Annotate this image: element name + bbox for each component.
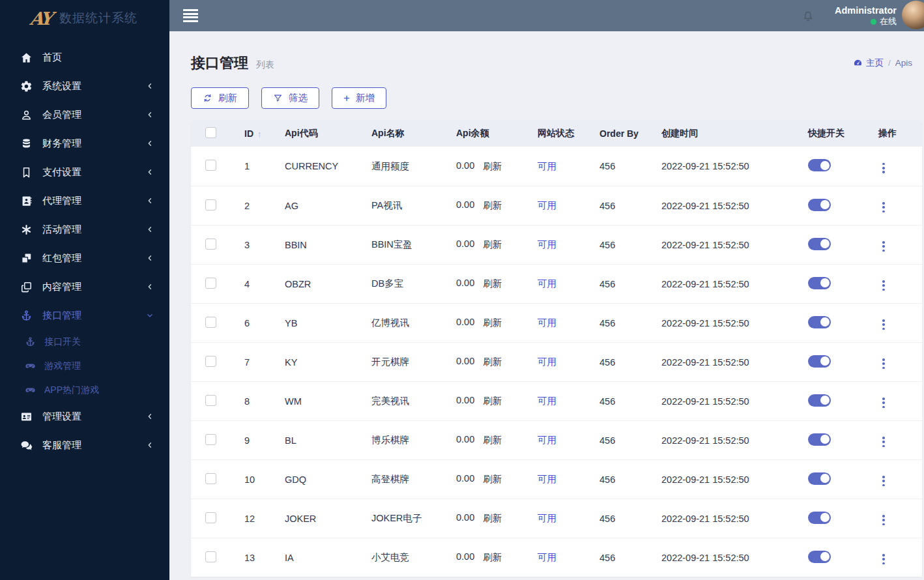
sidebar-item[interactable]: 首页 bbox=[0, 43, 169, 72]
sidebar-menu: 首页 系统设置 会员管理 财务管理 支付设置 代理管理 活动管理 红包管理 内容… bbox=[0, 43, 169, 459]
row-actions-menu-icon[interactable] bbox=[878, 317, 889, 332]
row-checkbox[interactable] bbox=[205, 512, 216, 523]
avatar[interactable] bbox=[902, 1, 924, 29]
bookmark-icon bbox=[20, 166, 33, 179]
quick-switch-toggle[interactable] bbox=[808, 238, 831, 250]
site-status-link[interactable]: 可用 bbox=[538, 474, 556, 484]
row-checkbox[interactable] bbox=[205, 473, 216, 484]
bell-icon[interactable] bbox=[801, 8, 815, 23]
row-checkbox[interactable] bbox=[205, 199, 216, 210]
row-checkbox[interactable] bbox=[205, 395, 216, 406]
table-row: 8 WM 完美视讯 0.00 刷新 可用 456 2022-09-21 15:5… bbox=[191, 381, 922, 420]
site-status-link[interactable]: 可用 bbox=[538, 200, 556, 210]
sidebar-item[interactable]: 红包管理 bbox=[0, 244, 169, 272]
page-title: 接口管理 bbox=[191, 53, 248, 73]
hamburger-icon[interactable] bbox=[183, 9, 198, 22]
username: Administrator bbox=[835, 5, 897, 16]
balance-refresh-link[interactable]: 刷新 bbox=[483, 434, 502, 446]
row-actions-menu-icon[interactable] bbox=[878, 199, 889, 215]
row-actions-menu-icon[interactable] bbox=[878, 239, 889, 254]
chevron-left-icon bbox=[146, 82, 154, 90]
site-status-link[interactable]: 可用 bbox=[538, 278, 556, 289]
balance-refresh-link[interactable]: 刷新 bbox=[483, 317, 502, 329]
row-checkbox[interactable] bbox=[205, 356, 216, 367]
select-all-checkbox[interactable] bbox=[205, 127, 216, 138]
site-status-link[interactable]: 可用 bbox=[538, 317, 556, 328]
balance-refresh-link[interactable]: 刷新 bbox=[483, 199, 502, 212]
sidebar-item[interactable]: 接口开关 bbox=[0, 330, 169, 354]
balance-refresh-link[interactable]: 刷新 bbox=[483, 239, 502, 251]
sidebar-item[interactable]: 系统设置 bbox=[0, 72, 169, 100]
sidebar-item[interactable]: 支付设置 bbox=[0, 158, 169, 186]
site-status-link[interactable]: 可用 bbox=[538, 161, 556, 171]
header-site-status: 网站状态 bbox=[530, 128, 592, 139]
row-actions-menu-icon[interactable] bbox=[878, 160, 889, 176]
quick-switch-toggle[interactable] bbox=[808, 277, 831, 289]
balance-refresh-link[interactable]: 刷新 bbox=[483, 160, 502, 173]
sidebar-item[interactable]: 客服管理 bbox=[0, 431, 169, 459]
row-checkbox[interactable] bbox=[205, 317, 216, 328]
sidebar-item[interactable]: 活动管理 bbox=[0, 215, 169, 244]
add-button[interactable]: + 新增 bbox=[332, 87, 386, 109]
site-status-link[interactable]: 可用 bbox=[538, 356, 556, 367]
site-status-link[interactable]: 可用 bbox=[538, 513, 556, 523]
sidebar-item[interactable]: 管理设置 bbox=[0, 402, 169, 431]
balance-refresh-link[interactable]: 刷新 bbox=[483, 473, 502, 486]
balance-refresh-link[interactable]: 刷新 bbox=[483, 395, 502, 407]
row-actions-menu-icon[interactable] bbox=[878, 512, 889, 528]
row-actions-menu-icon[interactable] bbox=[878, 395, 889, 411]
sidebar-item[interactable]: 游戏管理 bbox=[0, 354, 169, 378]
row-checkbox[interactable] bbox=[205, 434, 216, 445]
cubes-icon bbox=[20, 252, 33, 265]
row-actions-menu-icon[interactable] bbox=[878, 473, 889, 489]
quick-switch-toggle[interactable] bbox=[808, 433, 831, 446]
row-actions-menu-icon[interactable] bbox=[878, 434, 889, 450]
sidebar-item[interactable]: APP热门游戏 bbox=[0, 378, 169, 402]
cell-api-name: 亿博视讯 bbox=[364, 317, 448, 329]
quick-switch-toggle[interactable] bbox=[808, 394, 831, 407]
site-status-link[interactable]: 可用 bbox=[538, 396, 556, 406]
quick-switch-toggle[interactable] bbox=[808, 551, 831, 563]
sidebar-item[interactable]: 财务管理 bbox=[0, 129, 169, 158]
cell-order-by: 456 bbox=[592, 201, 654, 211]
quick-switch-toggle[interactable] bbox=[808, 355, 831, 368]
quick-switch-toggle[interactable] bbox=[808, 159, 831, 171]
row-actions-menu-icon[interactable] bbox=[878, 356, 889, 371]
cell-id: 3 bbox=[237, 240, 277, 250]
filter-icon bbox=[273, 93, 283, 103]
chevron-down-icon bbox=[146, 312, 154, 319]
row-checkbox[interactable] bbox=[205, 239, 216, 250]
header-id[interactable]: ID↑ bbox=[237, 128, 277, 139]
online-status: 在线 bbox=[880, 16, 897, 27]
sidebar-item[interactable]: 会员管理 bbox=[0, 100, 169, 129]
sidebar-submenu: 接口开关 游戏管理 APP热门游戏 bbox=[0, 330, 169, 402]
quick-switch-toggle[interactable] bbox=[808, 199, 831, 211]
cell-order-by: 456 bbox=[592, 161, 654, 171]
sidebar-item[interactable]: 代理管理 bbox=[0, 186, 169, 215]
quick-switch-toggle[interactable] bbox=[808, 316, 831, 328]
cell-order-by: 456 bbox=[592, 435, 654, 446]
site-status-link[interactable]: 可用 bbox=[538, 239, 556, 250]
row-checkbox[interactable] bbox=[205, 160, 216, 171]
filter-button[interactable]: 筛选 bbox=[261, 87, 319, 109]
balance-refresh-link[interactable]: 刷新 bbox=[483, 356, 502, 368]
row-actions-menu-icon[interactable] bbox=[878, 278, 889, 293]
row-checkbox[interactable] bbox=[205, 278, 216, 289]
balance-refresh-link[interactable]: 刷新 bbox=[483, 512, 502, 525]
brand[interactable]: AY 数据统计系统 bbox=[0, 0, 169, 36]
cell-api-code: WM bbox=[277, 396, 364, 407]
sidebar-item[interactable]: 内容管理 bbox=[0, 272, 169, 301]
table-row: 12 JOKER JOKER电子 0.00 刷新 可用 456 2022-09-… bbox=[191, 499, 922, 538]
breadcrumb-home[interactable]: 主页 bbox=[853, 57, 884, 69]
quick-switch-toggle[interactable] bbox=[808, 472, 831, 485]
row-actions-menu-icon[interactable] bbox=[878, 551, 889, 567]
quick-switch-toggle[interactable] bbox=[808, 512, 831, 524]
row-checkbox[interactable] bbox=[205, 551, 216, 562]
sidebar-item[interactable]: 接口管理 bbox=[0, 301, 169, 330]
refresh-button[interactable]: 刷新 bbox=[191, 87, 249, 109]
balance-refresh-link[interactable]: 刷新 bbox=[483, 278, 502, 290]
site-status-link[interactable]: 可用 bbox=[538, 552, 556, 562]
balance-refresh-link[interactable]: 刷新 bbox=[483, 551, 502, 564]
site-status-link[interactable]: 可用 bbox=[538, 435, 556, 445]
user-info[interactable]: Administrator 在线 bbox=[835, 5, 897, 27]
